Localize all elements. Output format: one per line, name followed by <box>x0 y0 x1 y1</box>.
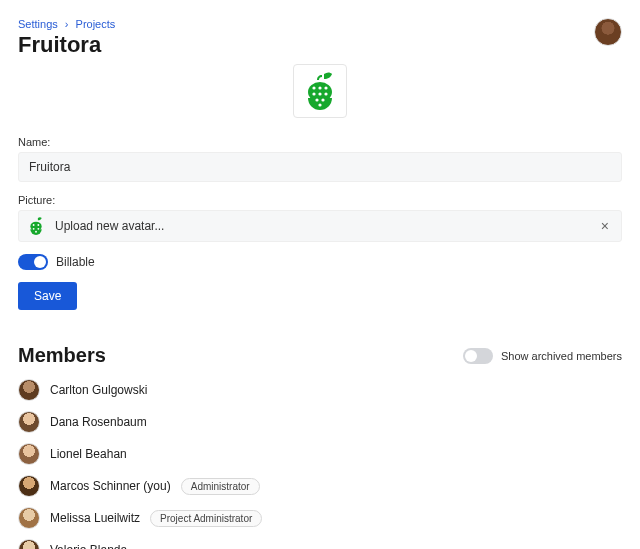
current-user-avatar[interactable] <box>594 18 622 46</box>
member-name: Lionel Beahan <box>50 447 127 461</box>
show-archived-label: Show archived members <box>501 350 622 362</box>
svg-point-11 <box>33 224 35 226</box>
grape-icon <box>27 217 45 235</box>
breadcrumb-settings[interactable]: Settings <box>18 18 58 30</box>
upload-avatar-row[interactable]: Upload new avatar... × <box>18 210 622 242</box>
svg-point-9 <box>318 103 321 106</box>
member-name: Melissa Lueilwitz <box>50 511 140 525</box>
project-logo-card <box>293 64 347 118</box>
grape-icon <box>304 72 336 110</box>
breadcrumb-sep: › <box>65 18 69 30</box>
svg-point-15 <box>35 231 37 233</box>
page-title: Fruitora <box>18 32 115 58</box>
svg-point-5 <box>318 92 321 95</box>
breadcrumb-projects[interactable]: Projects <box>76 18 116 30</box>
svg-point-14 <box>37 228 39 230</box>
breadcrumb: Settings › Projects <box>18 18 115 30</box>
member-avatar[interactable] <box>18 507 40 529</box>
member-row: Marcos Schinner (you)Administrator <box>18 475 622 497</box>
svg-point-13 <box>33 228 35 230</box>
member-row: Lionel Beahan <box>18 443 622 465</box>
member-row: Valerie Blanda <box>18 539 622 549</box>
svg-point-6 <box>324 92 327 95</box>
member-name: Carlton Gulgowski <box>50 383 147 397</box>
member-row: Melissa LueilwitzProject Administrator <box>18 507 622 529</box>
svg-point-7 <box>315 98 318 101</box>
svg-point-3 <box>324 86 327 89</box>
member-role-pill: Project Administrator <box>150 510 262 527</box>
clear-avatar-icon[interactable]: × <box>597 219 613 233</box>
show-archived-toggle[interactable] <box>463 348 493 364</box>
member-row: Dana Rosenbaum <box>18 411 622 433</box>
svg-point-1 <box>312 86 315 89</box>
member-name: Marcos Schinner (you) <box>50 479 171 493</box>
svg-point-8 <box>321 98 324 101</box>
picture-label: Picture: <box>18 194 622 206</box>
members-title: Members <box>18 344 106 367</box>
member-name: Valerie Blanda <box>50 543 127 549</box>
member-avatar[interactable] <box>18 475 40 497</box>
save-button[interactable]: Save <box>18 282 77 310</box>
member-avatar[interactable] <box>18 379 40 401</box>
member-avatar[interactable] <box>18 411 40 433</box>
svg-point-12 <box>37 224 39 226</box>
billable-label: Billable <box>56 255 95 269</box>
member-role-pill: Administrator <box>181 478 260 495</box>
members-list: Carlton GulgowskiDana RosenbaumLionel Be… <box>18 379 622 549</box>
member-row: Carlton Gulgowski <box>18 379 622 401</box>
svg-point-4 <box>312 92 315 95</box>
billable-toggle[interactable] <box>18 254 48 270</box>
name-label: Name: <box>18 136 622 148</box>
svg-point-2 <box>318 86 321 89</box>
member-avatar[interactable] <box>18 443 40 465</box>
name-input[interactable] <box>18 152 622 182</box>
upload-avatar-text: Upload new avatar... <box>55 219 587 233</box>
member-name: Dana Rosenbaum <box>50 415 147 429</box>
member-avatar[interactable] <box>18 539 40 549</box>
